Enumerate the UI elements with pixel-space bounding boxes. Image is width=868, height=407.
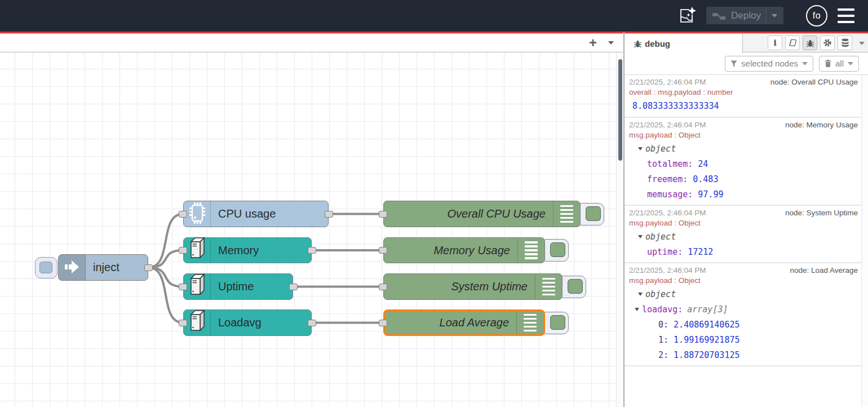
input-port[interactable] [179, 247, 187, 254]
input-port[interactable] [179, 211, 187, 218]
node-body-d1[interactable]: Overall CPU Usage [383, 201, 581, 227]
output-port[interactable] [144, 264, 153, 271]
server-icon [187, 273, 207, 300]
filter-selected-label: selected nodes [741, 59, 798, 68]
debug-object-row[interactable]: object [629, 232, 858, 242]
debug-source-node-link[interactable]: node: Load Average [790, 266, 858, 275]
debug-property: msg.payload : Object [629, 276, 858, 285]
node-icon-area [516, 311, 543, 334]
debug-source-node-link[interactable]: node: Overall CPU Usage [770, 78, 858, 86]
node-inject: inject [58, 254, 148, 281]
deploy-caret-icon[interactable] [772, 14, 777, 17]
debug-output-icon [560, 205, 573, 223]
node-icon-area [184, 310, 211, 335]
node-body-upt[interactable]: Uptime [183, 273, 293, 300]
user-avatar[interactable]: fo [806, 5, 827, 26]
input-port[interactable] [179, 284, 187, 290]
node-body-load[interactable]: Loadavg [183, 309, 312, 336]
node-label: Load Average [385, 311, 516, 334]
gear-icon [823, 38, 832, 47]
debug-message-header: 2/21/2025, 2:46:04 PMnode: Load Average [629, 266, 858, 275]
debug-type: array[3] [687, 304, 728, 315]
node-mem: Memory [183, 237, 312, 263]
debug-message: 2/21/2025, 2:46:04 PMnode: System Uptime… [625, 206, 868, 263]
tab-debug[interactable]: debug [625, 34, 743, 53]
flow-list-caret-icon[interactable] [608, 41, 614, 45]
inject-trigger-button[interactable] [35, 257, 57, 278]
inject-button-inner [39, 262, 52, 273]
inject-arrow-icon [64, 258, 80, 277]
collapse-caret-icon[interactable] [638, 235, 643, 238]
input-port[interactable] [179, 320, 187, 326]
node-d3: System Uptime [383, 273, 563, 300]
canvas-vertical-scrollbar[interactable] [616, 52, 623, 407]
debug-property: msg.payload : Object [629, 131, 858, 139]
input-port[interactable] [379, 211, 387, 218]
node-label: System Uptime [384, 274, 535, 299]
context-data-button[interactable] [838, 36, 852, 50]
debug-value: 17212 [688, 247, 713, 257]
node-body-mem[interactable]: Memory [183, 237, 312, 263]
debug-key: freemem: [647, 174, 688, 184]
debug-value: 1.88720703125 [674, 350, 739, 360]
node-body-d2[interactable]: Memory Usage [383, 237, 545, 263]
funnel-icon [730, 60, 737, 67]
debug-timestamp: 2/21/2025, 2:46:04 PM [629, 266, 706, 275]
help-button[interactable] [785, 36, 800, 50]
debug-value: 1.99169921875 [674, 335, 739, 345]
node-d2: Memory Usage [383, 237, 545, 263]
debug-message-list: 2/21/2025, 2:46:04 PMnode: Overall CPU U… [625, 75, 868, 406]
input-port[interactable] [379, 320, 387, 326]
output-port[interactable] [308, 320, 316, 326]
node-body-d4[interactable]: Load Average [383, 309, 545, 336]
debug-array-row[interactable]: loadavg:array[3] [629, 304, 858, 315]
node-body-cpu[interactable]: CPU usage [183, 201, 329, 227]
debug-message: 2/21/2025, 2:46:04 PMnode: Overall CPU U… [625, 75, 868, 118]
clear-all-button[interactable]: all [819, 56, 859, 72]
wire[interactable] [148, 268, 183, 287]
node-icon-area [553, 201, 580, 227]
bug-icon [634, 39, 642, 48]
collapse-caret-icon[interactable] [638, 293, 643, 296]
config-nodes-button[interactable] [820, 36, 835, 50]
node-body-inject[interactable]: inject [58, 254, 148, 281]
flow-canvas[interactable]: inject CPU usage Memory Uptime [0, 52, 616, 407]
output-port[interactable] [325, 211, 333, 218]
app-header: Deploy fo [0, 0, 868, 32]
debug-kv-row: memusage: 97.99 [629, 189, 858, 200]
sidebar-scrollbar[interactable] [861, 75, 868, 406]
input-port[interactable] [379, 247, 387, 254]
debug-source-node-link[interactable]: node: Memory Usage [785, 121, 858, 129]
node-icon-area [59, 255, 86, 280]
debug-object-row[interactable]: object [629, 289, 858, 300]
output-port[interactable] [289, 284, 298, 290]
canvas-scrollbar-thumb[interactable] [618, 59, 622, 161]
info-button[interactable]: i [768, 36, 782, 50]
menu-icon[interactable] [838, 8, 854, 23]
collapse-caret-icon[interactable] [638, 147, 643, 151]
collapse-caret-icon[interactable] [635, 308, 639, 311]
wire[interactable] [148, 250, 183, 268]
info-icon: i [773, 38, 777, 48]
filter-selected-nodes-button[interactable]: selected nodes [725, 56, 813, 72]
debug-source-node-link[interactable]: node: System Uptime [785, 209, 858, 217]
node-icon-area [535, 274, 562, 299]
debug-value: 97.99 [698, 189, 723, 200]
flow-assistant-button[interactable] [675, 5, 698, 27]
node-icon-area [184, 238, 211, 263]
input-port[interactable] [379, 284, 387, 290]
output-port[interactable] [308, 247, 316, 254]
node-icon-area [184, 201, 211, 227]
sidebar-options-caret-icon[interactable] [859, 42, 865, 45]
node-icon-area [517, 238, 544, 263]
deploy-label: Deploy [731, 10, 761, 21]
add-flow-button[interactable]: + [589, 37, 597, 48]
debug-timestamp: 2/21/2025, 2:46:04 PM [629, 78, 706, 86]
node-body-d3[interactable]: System Uptime [383, 273, 563, 300]
deploy-button[interactable]: Deploy [706, 7, 783, 24]
node-label: inject [86, 255, 148, 280]
debug-property: msg.payload : Object [629, 219, 858, 227]
debug-button[interactable] [803, 36, 817, 50]
debug-object-row[interactable]: object [629, 144, 858, 154]
node-label: CPU usage [211, 201, 328, 227]
